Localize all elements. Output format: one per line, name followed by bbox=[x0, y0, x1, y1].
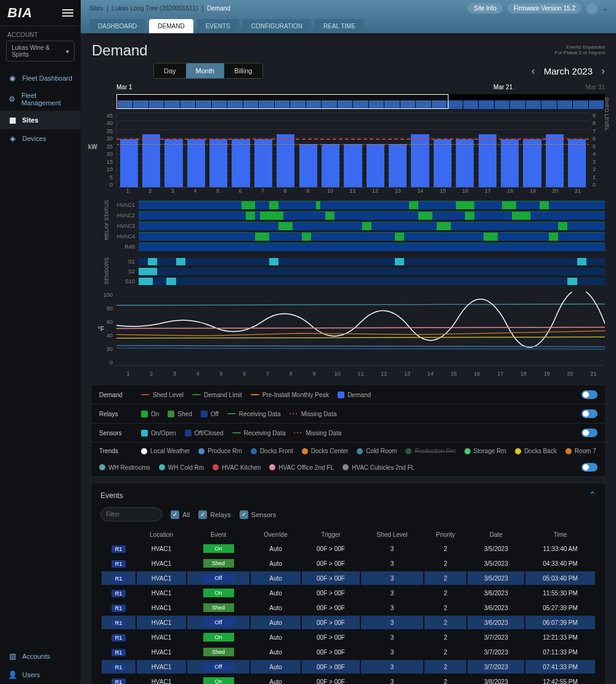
bar[interactable] bbox=[523, 139, 541, 187]
legend-item[interactable]: HVAC Office 2nd FL bbox=[269, 464, 334, 471]
events-filter-input[interactable] bbox=[100, 507, 162, 521]
table-row[interactable]: R1HVAC1OffAuto00F > 00F323/5/202305:03:4… bbox=[102, 571, 595, 585]
legend-item[interactable]: Docks Back bbox=[515, 448, 557, 454]
legend-item[interactable]: Cold Room bbox=[357, 448, 397, 454]
legend-item[interactable]: HVAC Kitchen bbox=[213, 464, 261, 471]
legend-toggle[interactable] bbox=[582, 429, 598, 437]
legend-item[interactable]: Local Weather bbox=[141, 448, 190, 454]
legend-toggle[interactable] bbox=[582, 463, 598, 472]
bar[interactable] bbox=[479, 134, 496, 187]
legend-item[interactable]: Produce Rm bbox=[198, 448, 242, 454]
legend-item[interactable]: Off bbox=[201, 411, 219, 417]
table-row[interactable]: R1HVAC1OnAuto00F > 00F323/6/202311:55:30… bbox=[102, 586, 595, 600]
period-billing[interactable]: Billing bbox=[224, 63, 262, 78]
bar[interactable] bbox=[120, 139, 138, 187]
table-row[interactable]: R1HVAC1ShedAuto00F > 00F323/7/202307:11:… bbox=[102, 645, 595, 659]
bar[interactable] bbox=[411, 134, 429, 187]
legend-item[interactable]: Room 7 bbox=[565, 448, 596, 454]
bar[interactable] bbox=[232, 139, 249, 187]
tab-configuration[interactable]: CONFIGURATION bbox=[243, 19, 311, 33]
bar[interactable] bbox=[254, 139, 272, 187]
bar[interactable] bbox=[187, 139, 205, 187]
bar[interactable] bbox=[456, 139, 474, 187]
legend-item[interactable]: Production Rm bbox=[405, 448, 455, 454]
legend-item[interactable]: Missing Data bbox=[294, 430, 341, 437]
legend-item[interactable]: Docks Front bbox=[251, 448, 293, 454]
legend-item[interactable]: Pre-Install Monthly Peak bbox=[251, 392, 329, 398]
bar[interactable] bbox=[299, 144, 317, 187]
site-info-button[interactable]: Site Info bbox=[468, 3, 503, 14]
collapse-icon[interactable]: ⌃ bbox=[588, 489, 596, 501]
breadcrumb-sites[interactable]: Sites bbox=[89, 5, 103, 12]
legend-item[interactable]: Shed bbox=[168, 411, 192, 417]
bar[interactable] bbox=[277, 134, 294, 187]
legend-item[interactable]: Receiving Data bbox=[227, 411, 281, 417]
table-row[interactable]: R1HVAC1OnAuto00F > 00F323/8/202312:42:55… bbox=[102, 675, 595, 684]
legend-toggle[interactable] bbox=[582, 390, 598, 399]
relay-track[interactable] bbox=[139, 201, 605, 209]
bar[interactable] bbox=[209, 139, 227, 187]
temp-chart[interactable] bbox=[116, 292, 605, 366]
legend-item[interactable]: Off/Closed bbox=[185, 430, 224, 437]
bar[interactable] bbox=[568, 139, 586, 187]
table-row[interactable]: R1HVAC1OnAuto00F > 00F323/7/202312:21:33… bbox=[102, 630, 595, 644]
legend-item[interactable]: Shed Level bbox=[141, 392, 184, 398]
legend-toggle[interactable] bbox=[582, 409, 598, 418]
user-chevron-icon[interactable]: ⌄ bbox=[602, 5, 607, 12]
nav-item[interactable]: ▧Accounts bbox=[0, 647, 81, 666]
bar[interactable] bbox=[367, 144, 384, 187]
legend-item[interactable]: Docks Center bbox=[302, 448, 349, 454]
legend-item[interactable]: Missing Data bbox=[290, 411, 337, 417]
table-row[interactable]: R1HVAC1ShedAuto00F > 00F323/6/202305:27:… bbox=[102, 601, 595, 614]
chk-sensors[interactable]: ✓Sensors bbox=[240, 510, 276, 519]
relay-track[interactable] bbox=[139, 243, 605, 251]
sensor-track[interactable] bbox=[139, 278, 605, 285]
relay-track[interactable] bbox=[139, 211, 605, 220]
hamburger-icon[interactable] bbox=[62, 9, 73, 17]
nav-item[interactable]: ◉Fleet Dashboard bbox=[0, 69, 81, 87]
user-avatar-icon[interactable] bbox=[586, 3, 598, 14]
relay-track[interactable] bbox=[139, 222, 605, 230]
minimap-selection[interactable] bbox=[116, 94, 448, 109]
kw-chart-area[interactable] bbox=[116, 113, 589, 188]
nav-item[interactable]: ◈Devices bbox=[0, 129, 81, 148]
bar[interactable] bbox=[142, 134, 160, 187]
nav-item[interactable]: ▦Sites bbox=[0, 111, 81, 129]
legend-item[interactable]: Demand Limit bbox=[192, 392, 242, 398]
legend-item[interactable]: WH Restrooms bbox=[99, 464, 150, 471]
next-month-icon[interactable]: › bbox=[601, 65, 605, 78]
bar[interactable] bbox=[434, 139, 452, 187]
tab-real time[interactable]: REAL TIME bbox=[315, 19, 364, 33]
table-row[interactable]: R1HVAC1OffAuto00F > 00F323/7/202307:41:3… bbox=[102, 660, 595, 674]
sensor-track[interactable] bbox=[139, 258, 605, 265]
legend-item[interactable]: Receiving Data bbox=[232, 430, 286, 437]
account-select[interactable]: Lukas Wine & Spirits ▾ bbox=[6, 41, 75, 62]
bar[interactable] bbox=[344, 144, 362, 187]
table-row[interactable]: R1HVAC1ShedAuto00F > 00F323/5/202304:33:… bbox=[102, 557, 595, 570]
tab-demand[interactable]: DEMAND bbox=[149, 19, 193, 33]
breadcrumb-site[interactable]: Lukas Long Tree (2020001611) bbox=[112, 5, 198, 12]
bar[interactable] bbox=[389, 144, 407, 187]
period-month[interactable]: Month bbox=[186, 63, 225, 78]
relay-track[interactable] bbox=[139, 232, 605, 241]
firmware-button[interactable]: Firmware Version 15.2 bbox=[508, 3, 582, 14]
bar[interactable] bbox=[546, 134, 564, 187]
table-row[interactable]: R1HVAC1OnAuto00F > 00F323/5/202311:33:40… bbox=[102, 542, 595, 555]
sensor-track[interactable] bbox=[139, 268, 605, 275]
legend-item[interactable]: WH Cold Rm bbox=[159, 464, 204, 471]
legend-item[interactable]: On/Open bbox=[141, 430, 176, 437]
tab-dashboard[interactable]: DASHBOARD bbox=[89, 19, 145, 33]
bar[interactable] bbox=[322, 144, 339, 187]
tab-events[interactable]: EVENTS bbox=[197, 19, 239, 33]
table-row[interactable]: R1HVAC1OffAuto00F > 00F323/6/202306:07:3… bbox=[102, 616, 595, 629]
period-day[interactable]: Day bbox=[154, 63, 186, 78]
legend-item[interactable]: Demand bbox=[338, 392, 371, 398]
nav-item[interactable]: 👤Users bbox=[0, 666, 81, 684]
bar[interactable] bbox=[501, 139, 519, 187]
nav-item[interactable]: ⚙Fleet Management bbox=[0, 87, 81, 111]
chk-all[interactable]: ✓All bbox=[171, 510, 190, 519]
legend-item[interactable]: HVAC Cubicles 2nd FL bbox=[342, 464, 415, 471]
legend-item[interactable]: On bbox=[141, 411, 159, 417]
bar[interactable] bbox=[164, 139, 182, 187]
legend-item[interactable]: Storage Rm bbox=[464, 448, 506, 454]
